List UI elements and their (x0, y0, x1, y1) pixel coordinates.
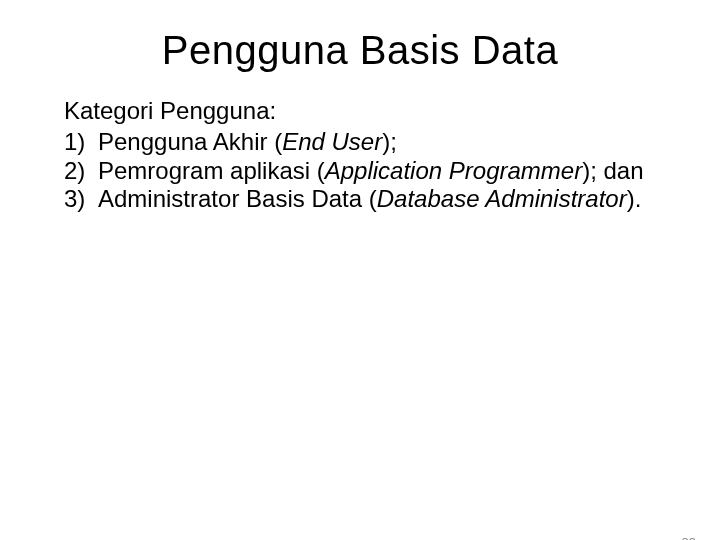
list-item: 2) Pemrogram aplikasi (Application Progr… (64, 157, 660, 186)
text-post: ); dan (582, 157, 643, 184)
category-list: 1) Pengguna Akhir (End User); 2) Pemrogr… (64, 128, 660, 214)
text-post: ); (382, 128, 397, 155)
slide-body: Kategori Pengguna: 1) Pengguna Akhir (En… (0, 97, 720, 214)
list-item: 3) Administrator Basis Data (Database Ad… (64, 185, 660, 214)
list-number: 3) (64, 185, 98, 214)
text-italic: Database Administrator (377, 185, 627, 212)
slide: Pengguna Basis Data Kategori Pengguna: 1… (0, 28, 720, 540)
text-italic: End User (282, 128, 382, 155)
category-heading: Kategori Pengguna: (64, 97, 660, 126)
list-text: Administrator Basis Data (Database Admin… (98, 185, 660, 214)
text-pre: Pengguna Akhir ( (98, 128, 282, 155)
list-text: Pemrogram aplikasi (Application Programm… (98, 157, 660, 186)
text-pre: Administrator Basis Data ( (98, 185, 377, 212)
list-item: 1) Pengguna Akhir (End User); (64, 128, 660, 157)
text-italic: Application Programmer (325, 157, 582, 184)
text-post: ). (627, 185, 642, 212)
list-number: 1) (64, 128, 98, 157)
list-number: 2) (64, 157, 98, 186)
text-pre: Pemrogram aplikasi ( (98, 157, 325, 184)
list-text: Pengguna Akhir (End User); (98, 128, 660, 157)
page-number: 23 (682, 535, 696, 540)
slide-title: Pengguna Basis Data (0, 28, 720, 73)
